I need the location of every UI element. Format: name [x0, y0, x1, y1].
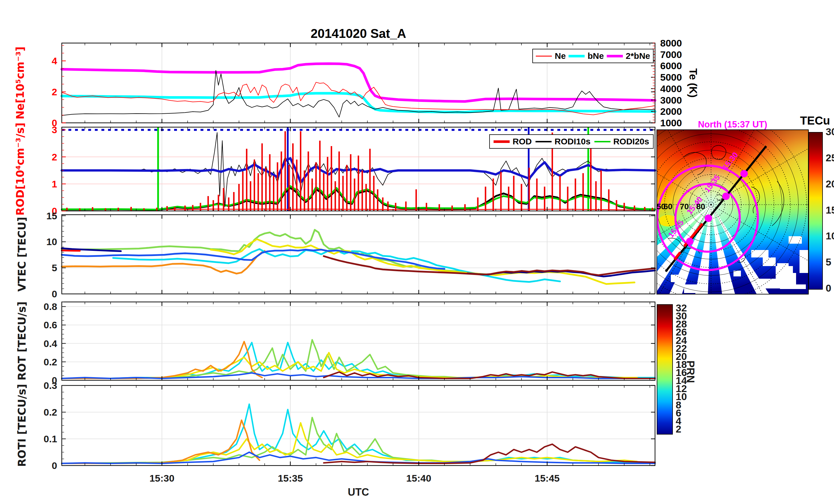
legend-line-rodi10s [535, 141, 552, 142]
legend-line-bne [569, 55, 585, 58]
no-data-patch [684, 284, 704, 293]
tecu-tick-label: 20 [826, 179, 834, 189]
ne-axis-label: Ne[10⁵cm⁻³] [14, 46, 26, 119]
y-tick-label: 0 [52, 460, 57, 471]
y-tick-label: 0.3 [44, 380, 57, 391]
legend-label-ne: Ne [555, 51, 566, 61]
legend-label-2bne: 2*bNe [626, 51, 650, 61]
tecu-tick-label: 15 [826, 205, 834, 215]
legend-line-2bne [607, 55, 623, 58]
x-tick-label: 15:35 [278, 473, 303, 484]
y-tick-label: 10 [46, 236, 57, 247]
track-time-dot [686, 238, 694, 245]
te-axis-label: Te (K) [687, 68, 699, 97]
y2-tick-label: 5000 [660, 72, 682, 83]
y2-tick-label: 7000 [660, 49, 682, 60]
y-tick-label: 0 [52, 289, 57, 299]
tecu-tick-label: 10 [826, 231, 834, 241]
lat-label: 70 [680, 202, 689, 211]
y-tick-label: 2 [52, 86, 57, 97]
lat-label: 80 [696, 202, 705, 211]
panel-rot: 00.20.40.60.8 [44, 301, 655, 386]
y-tick-label: 0.2 [44, 357, 57, 367]
tecu-tick-label: 30 [826, 127, 834, 137]
map-title: North (15:37 UT) [656, 119, 809, 130]
y-tick-label: 5 [52, 262, 57, 273]
y-tick-label: 4 [52, 55, 57, 66]
y2-tick-label: 2000 [660, 106, 682, 117]
no-data-patch [777, 263, 789, 271]
y-tick-label: 0.1 [44, 433, 57, 444]
legend-label-rod: ROD [512, 137, 532, 146]
y-tick-label: 15 [46, 210, 57, 221]
x-tick-label: 15:40 [406, 473, 431, 484]
lat-label: 60 [663, 202, 672, 211]
legend-label-rodi20s: RODI20s [613, 137, 649, 146]
roti-axis-label: ROTI [TECU/s] [16, 384, 28, 467]
x-axis-label: UTC [62, 486, 655, 498]
panel-vtec: 051015 [46, 210, 655, 299]
y-tick-label: 1 [52, 179, 57, 189]
y-tick-label: 0.4 [44, 338, 57, 349]
track-time-dot [740, 170, 748, 177]
x-tick-label: 15:45 [535, 473, 559, 484]
prn-tick-label: 32 [676, 303, 687, 313]
no-data-patch [799, 250, 809, 273]
y-tick-label: 0.6 [44, 319, 57, 330]
y2-tick-label: 3000 [660, 95, 682, 106]
no-data-patch [789, 236, 802, 244]
no-data-patch [671, 275, 686, 282]
tecu-colorbar-title: TECu [793, 114, 834, 127]
series-PRN-red [62, 250, 80, 251]
figure-canvas: 0241000200030004000500060007000800001230… [0, 0, 834, 504]
no-data-patch [751, 250, 768, 257]
rot-axis-label: ROT [TECU/s] [16, 301, 28, 380]
panel-bg [62, 302, 655, 380]
y-tick-label: 2 [52, 152, 57, 162]
tecu-colorbar [808, 132, 823, 290]
panel-roti: 00.10.20.315:3015:3515:4015:45 [44, 380, 655, 484]
legend-line-ne [536, 56, 552, 56]
polar-tec-map: 15:3015:3515:4015:4550607080 [656, 130, 809, 295]
legend-line-rodi20s [594, 141, 611, 142]
no-data-patch [791, 273, 796, 289]
y-tick-label: 3 [52, 124, 57, 135]
y-tick-label: 0.8 [44, 301, 57, 312]
y2-tick-label: 6000 [660, 60, 682, 71]
legend-label-bne: bNe [588, 51, 604, 61]
legend-rod-panel: ROD RODI10s RODI20s [489, 134, 654, 149]
figure-title: 20141020 Sat_A [62, 26, 655, 41]
polar-map-svg: 15:3015:3515:4015:4550607080 [656, 130, 809, 295]
y-tick-label: 0.2 [44, 407, 57, 418]
track-time-dot [722, 192, 730, 200]
track-time-dot [705, 214, 712, 222]
prn-colorbar [657, 304, 673, 435]
legend-label-rodi10s: RODI10s [554, 137, 590, 146]
legend-line-rod [493, 140, 510, 143]
tecu-tick-label: 0 [826, 283, 831, 293]
map-content: 15:3015:3515:4015:4550607080 [656, 130, 809, 295]
no-data-patch [763, 257, 776, 266]
x-tick-label: 15:30 [149, 473, 174, 484]
y2-tick-label: 4000 [660, 83, 682, 94]
legend-ne-panel: Ne bNe 2*bNe [532, 49, 654, 63]
vtec-axis-label: VTEC [TECU] [16, 217, 28, 292]
tecu-tick-label: 5 [826, 257, 831, 267]
y2-tick-label: 8000 [660, 38, 682, 48]
tecu-tick-label: 25 [826, 153, 834, 163]
rod-axis-label: ROD[10⁴cm⁻³/s] [14, 122, 26, 215]
